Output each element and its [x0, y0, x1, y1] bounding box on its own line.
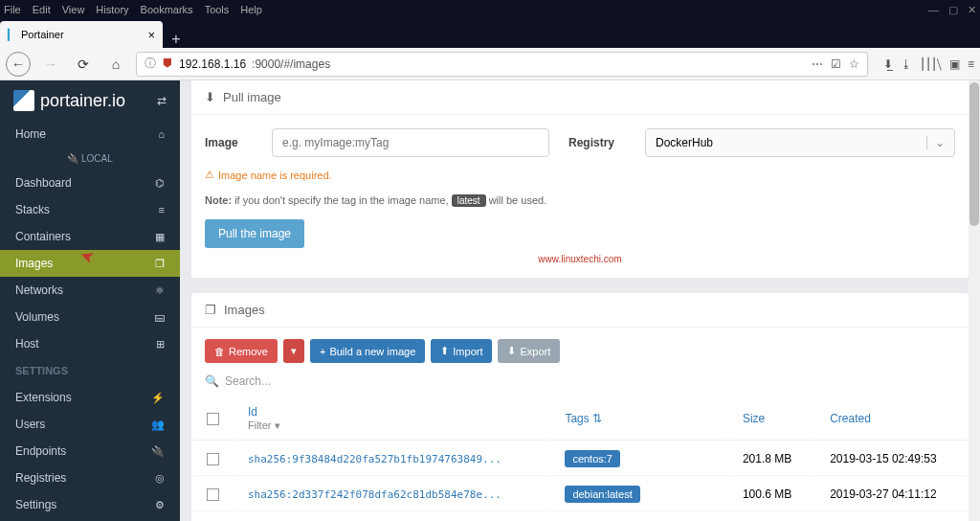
- sidebar-item-networks[interactable]: Networks⚛: [0, 277, 180, 304]
- plug-icon: 🔌: [67, 153, 78, 164]
- image-created: 2019-03-05 10:11:17: [816, 513, 967, 521]
- bookmark-icon[interactable]: ☆: [849, 57, 859, 71]
- col-size[interactable]: Size: [729, 397, 814, 441]
- logo-text: portainer.io: [40, 91, 125, 111]
- sidebar-item-volumes[interactable]: Volumes🖴: [0, 304, 180, 330]
- reload-button[interactable]: ⟳: [71, 52, 96, 77]
- table-row: sha256:19d07168491a3f9e2798a9bed96544...…: [193, 513, 967, 521]
- menu-edit[interactable]: Edit: [33, 4, 51, 15]
- containers-icon: ▦: [155, 231, 165, 243]
- browser-tab[interactable]: ▎ Portainer ×: [0, 21, 163, 48]
- window-close-icon[interactable]: ✕: [968, 4, 976, 16]
- menu-history[interactable]: History: [96, 4, 128, 15]
- sidebar-item-settings[interactable]: Settings⚙: [0, 491, 180, 518]
- scrollbar[interactable]: [969, 80, 980, 521]
- export-button[interactable]: ⬇ Export: [498, 339, 560, 363]
- select-all-checkbox[interactable]: [207, 413, 219, 425]
- downloads-icon[interactable]: ⭳: [901, 57, 912, 71]
- upload-icon: ⬆: [440, 345, 449, 357]
- image-id-link[interactable]: sha256:2d337f242f078dfa62c81db584e78e...: [248, 488, 501, 501]
- row-checkbox[interactable]: [207, 453, 219, 465]
- forward-button[interactable]: →: [38, 52, 63, 77]
- reader-icon[interactable]: ☑: [831, 57, 841, 71]
- menu-file[interactable]: File: [4, 4, 21, 15]
- app-menu-icon[interactable]: ≡: [968, 57, 974, 71]
- browser-toolbar: ← → ⟳ ⌂ ⓘ ⛊̷ 192.168.1.16:9000/#/images …: [0, 48, 980, 80]
- main-content: ⬇ Pull image Image Registry DockerHub ⌄ …: [180, 80, 980, 521]
- remove-button[interactable]: 🗑 Remove: [205, 339, 278, 363]
- filter-label[interactable]: Filter ▾: [248, 419, 280, 431]
- download-icon: ⬇: [205, 90, 215, 104]
- dashboard-icon: ⌬: [155, 177, 165, 190]
- home-button[interactable]: ⌂: [103, 52, 128, 77]
- menu-help[interactable]: Help: [240, 4, 262, 15]
- sidebar-item-label: Home: [15, 127, 46, 141]
- sidebar-icon[interactable]: ▣: [949, 57, 960, 71]
- image-id-link[interactable]: sha256:9f38484d220fa527b1fb1974763849...: [248, 453, 501, 465]
- back-button[interactable]: ←: [6, 52, 31, 77]
- download-shelf-icon[interactable]: ⬇̲: [883, 57, 893, 71]
- menu-tools[interactable]: Tools: [205, 4, 230, 15]
- sidebar-item-host[interactable]: Host⊞: [0, 330, 180, 357]
- sidebar-item-registries[interactable]: Registries◎: [0, 464, 180, 491]
- browser-tabbar: ▎ Portainer × +: [0, 19, 980, 48]
- url-path: :9000/#/images: [252, 57, 330, 71]
- pull-image-panel: ⬇ Pull image Image Registry DockerHub ⌄ …: [191, 80, 969, 278]
- image-input[interactable]: [272, 128, 549, 157]
- image-size: 74.1 MB: [729, 513, 814, 521]
- new-tab-button[interactable]: +: [163, 31, 189, 48]
- library-icon[interactable]: ⎮⎮⎮⧹: [920, 57, 942, 71]
- image-tag-badge[interactable]: debian:latest: [565, 486, 639, 503]
- pull-image-button[interactable]: Pull the image: [205, 219, 304, 248]
- filter-icon: ▾: [275, 419, 280, 431]
- col-created[interactable]: Created: [816, 397, 967, 441]
- menu-bookmarks[interactable]: Bookmarks: [141, 4, 193, 15]
- sidebar-item-extensions[interactable]: Extensions⚡: [0, 384, 180, 411]
- browser-menubar: File Edit View History Bookmarks Tools H…: [0, 0, 980, 19]
- registries-icon: ◎: [155, 472, 165, 485]
- sidebar-item-dashboard[interactable]: Dashboard⌬: [0, 170, 180, 196]
- image-created: 2019-03-27 04:11:12: [816, 478, 967, 511]
- stacks-icon: ≡: [159, 204, 165, 215]
- volumes-icon: 🖴: [154, 311, 165, 323]
- insecure-icon: ⛊̷: [162, 57, 173, 71]
- sidebar-item-users[interactable]: Users👥: [0, 411, 180, 438]
- window-maximize-icon[interactable]: ▢: [948, 4, 958, 16]
- sidebar-item-stacks[interactable]: Stacks≡: [0, 196, 180, 223]
- remove-dropdown-button[interactable]: ▾: [283, 339, 304, 363]
- table-row: sha256:9f38484d220fa527b1fb1974763849...…: [193, 442, 967, 476]
- col-id[interactable]: IdFilter ▾: [234, 397, 549, 441]
- watermark: www.linuxtechi.com: [205, 254, 955, 264]
- latest-tag-badge: latest: [452, 194, 486, 207]
- tab-close-icon[interactable]: ×: [147, 28, 155, 42]
- sidebar-endpoint-label: 🔌 LOCAL: [0, 147, 180, 170]
- plus-icon: +: [320, 346, 325, 357]
- sidebar-item-images[interactable]: ➤ Images❐: [0, 250, 180, 277]
- users-icon: 👥: [151, 419, 165, 431]
- url-more-icon[interactable]: ⋯: [812, 57, 823, 71]
- sidebar-item-endpoints[interactable]: Endpoints🔌: [0, 438, 180, 464]
- caret-down-icon: ▾: [291, 345, 297, 357]
- image-tag-badge[interactable]: centos:7: [565, 450, 620, 467]
- url-input[interactable]: ⓘ ⛊̷ 192.168.1.16:9000/#/images ⋯ ☑ ☆: [136, 52, 868, 77]
- col-tags[interactable]: Tags ⇅: [551, 397, 727, 441]
- networks-icon: ⚛: [155, 284, 165, 297]
- registry-select[interactable]: DockerHub ⌄: [645, 128, 955, 157]
- row-checkbox[interactable]: [207, 488, 219, 501]
- logo[interactable]: portainer.io ⇄: [0, 80, 180, 121]
- menu-view[interactable]: View: [62, 4, 85, 15]
- images-search[interactable]: 🔍 Search...: [191, 374, 969, 396]
- build-image-button[interactable]: + Build a new image: [310, 339, 425, 363]
- import-button[interactable]: ⬆ Import: [431, 339, 492, 363]
- images-header: ❐ Images: [191, 293, 969, 328]
- info-icon[interactable]: ⓘ: [145, 56, 156, 72]
- sidebar-item-home[interactable]: Home ⌂: [0, 121, 180, 147]
- sidebar-settings-header: SETTINGS: [0, 357, 180, 384]
- images-panel: ❐ Images 🗑 Remove ▾ + Build a new image …: [191, 293, 969, 521]
- download-icon: ⬇: [507, 345, 516, 357]
- scrollbar-thumb[interactable]: [969, 82, 979, 226]
- clone-icon: ❐: [205, 303, 216, 317]
- url-host: 192.168.1.16: [179, 57, 246, 71]
- window-minimize-icon[interactable]: —: [928, 4, 939, 16]
- sidebar-collapse-icon[interactable]: ⇄: [157, 94, 167, 107]
